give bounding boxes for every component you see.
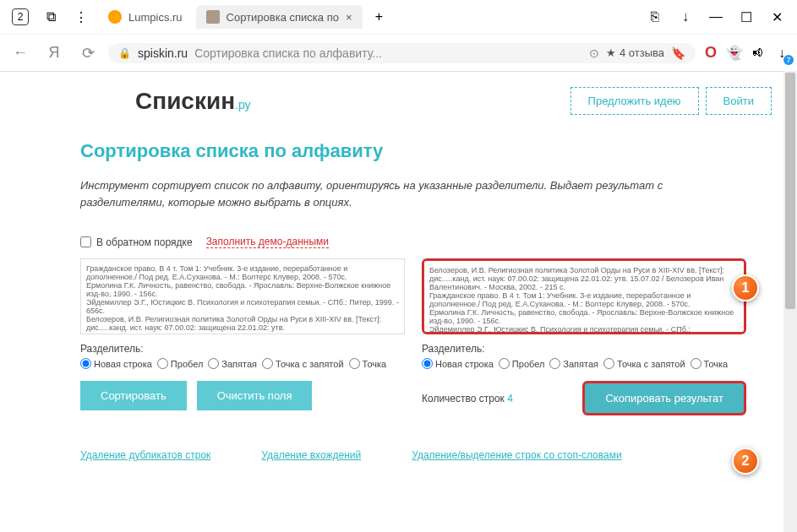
link-stopwords[interactable]: Удаление/выделение строк со стоп-словами [412, 449, 621, 461]
clear-button[interactable]: Очистить поля [197, 381, 313, 410]
output-separator-radios: Новая строка Пробел Запятая Точка с запя… [422, 358, 746, 369]
tab-spiskin[interactable]: Сортировка списка по × [196, 5, 363, 29]
radio-newline-out[interactable]: Новая строка [422, 358, 494, 369]
sort-button[interactable]: Сортировать [80, 381, 187, 410]
back-button[interactable]: ← [7, 40, 34, 67]
tab-bar: 2 ⧉ ⋮ Lumpics.ru Сортировка списка по × … [0, 0, 797, 34]
extension-icons: O 👻 🕫 ↓ [702, 45, 790, 62]
page-content: Спискин.ру Предложить идею Войти Сортиро… [0, 72, 797, 532]
input-separator-radios: Новая строка Пробел Запятая Точка с запя… [80, 358, 405, 369]
line-count: Количество строк 4 [422, 393, 513, 404]
callout-1: 1 [732, 274, 759, 301]
yandex-button[interactable]: Я [41, 40, 68, 67]
output-textarea[interactable] [422, 258, 746, 334]
download-button[interactable]: ↓ [672, 3, 699, 30]
bookmark-icon[interactable]: 🔖 [671, 46, 685, 60]
new-window-button[interactable]: ⧉ [37, 3, 64, 30]
favicon-spiskin [206, 10, 220, 24]
ghostery-icon[interactable]: 👻 [726, 45, 743, 62]
reverse-checkbox[interactable] [80, 236, 91, 247]
favicon-lumpics [108, 10, 122, 24]
link-duplicates[interactable]: Удаление дубликатов строк [80, 449, 210, 461]
close-button[interactable]: ✕ [763, 3, 790, 30]
link-occurrences[interactable]: Удаление вхождений [261, 449, 361, 461]
radio-comma-out[interactable]: Запятая [549, 358, 598, 369]
radio-semicolon-out[interactable]: Точка с запятой [603, 358, 685, 369]
maximize-button[interactable]: ☐ [733, 3, 760, 30]
scrollbar-thumb[interactable] [785, 73, 795, 309]
tab-label: Сортировка списка по [227, 11, 339, 24]
radio-dot-out[interactable]: Точка [691, 358, 729, 369]
reviews-badge[interactable]: ★ 4 отзыва [606, 46, 664, 59]
copy-result-button[interactable]: Скопировать результат [582, 381, 746, 415]
tab-lumpics[interactable]: Lumpics.ru [98, 5, 193, 29]
close-tab-icon[interactable]: × [346, 11, 352, 24]
login-button[interactable]: Войти [706, 87, 772, 115]
controls-row: В обратном порядке Заполнить демо-данным… [80, 236, 772, 248]
radio-space-out[interactable]: Пробел [499, 358, 545, 369]
tab-label: Lumpics.ru [128, 11, 183, 24]
site-logo[interactable]: Спискин.ру [135, 88, 251, 115]
radio-semicolon[interactable]: Точка с запятой [262, 358, 344, 369]
output-column: Разделитель: Новая строка Пробел Запятая… [422, 258, 746, 415]
home-icon: 2 [12, 8, 30, 25]
footer-links: Удаление дубликатов строк Удаление вхожд… [80, 449, 746, 461]
callout-2: 2 [732, 448, 759, 475]
radio-comma[interactable]: Запятая [208, 358, 257, 369]
ext-icon[interactable]: 🕫 [750, 45, 767, 62]
adblock-icon[interactable]: O [702, 45, 719, 62]
separator: ⋮ [68, 3, 95, 30]
new-tab-button[interactable]: + [366, 3, 393, 30]
protect-icon[interactable]: ⊙ [589, 46, 599, 60]
input-textarea[interactable] [80, 258, 405, 334]
scrollbar[interactable] [783, 71, 797, 532]
reverse-checkbox-label[interactable]: В обратном порядке [80, 236, 193, 248]
home-button[interactable]: 2 [7, 3, 34, 30]
input-separator-label: Разделитель: [80, 343, 405, 355]
suggest-idea-button[interactable]: Предложить идею [570, 87, 699, 115]
input-column: Разделитель: Новая строка Пробел Запятая… [80, 258, 405, 415]
url-title: Сортировка списка по алфавиту... [194, 46, 382, 60]
minimize-button[interactable]: — [702, 3, 729, 30]
url-domain: spiskin.ru [138, 46, 188, 60]
columns: Разделитель: Новая строка Пробел Запятая… [80, 258, 746, 415]
demo-data-link[interactable]: Заполнить демо-данными [206, 236, 329, 248]
page-description: Инструмент сортирует список по алфавиту,… [80, 177, 746, 210]
browser-chrome: 2 ⧉ ⋮ Lumpics.ru Сортировка списка по × … [0, 0, 797, 72]
radio-space[interactable]: Пробел [157, 358, 204, 369]
address-bar: ← Я ⟳ 🔒 spiskin.ru Сортировка списка по … [0, 34, 797, 71]
radio-dot[interactable]: Точка [349, 358, 387, 369]
site-header: Спискин.ру Предложить идею Войти [25, 87, 772, 115]
page-title: Сортировка списка по алфавиту [80, 140, 772, 162]
reader-button[interactable]: ⎘ [641, 3, 669, 30]
lock-icon: 🔒 [118, 47, 131, 59]
downloads-icon[interactable]: ↓ [773, 45, 790, 62]
output-separator-label: Разделитель: [422, 343, 746, 355]
reload-button[interactable]: ⟳ [74, 40, 101, 67]
radio-newline[interactable]: Новая строка [80, 358, 152, 369]
url-input[interactable]: 🔒 spiskin.ru Сортировка списка по алфави… [108, 43, 696, 63]
